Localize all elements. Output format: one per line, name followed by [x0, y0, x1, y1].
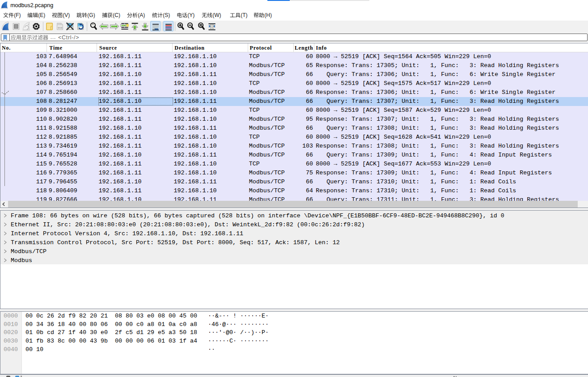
svg-text:<Ctrl-/>: <Ctrl-/>	[58, 34, 79, 41]
svg-text:(S): (S)	[163, 12, 170, 18]
svg-text:(G): (G)	[87, 12, 95, 18]
svg-text:(V): (V)	[63, 12, 70, 18]
svg-text:(Y): (Y)	[187, 12, 195, 18]
svg-text:(T): (T)	[241, 12, 247, 18]
svg-text:(W): (W)	[212, 12, 221, 18]
svg-text:(C): (C)	[113, 12, 120, 18]
svg-text:(F): (F)	[14, 12, 21, 18]
svg-text:(E): (E)	[38, 12, 45, 18]
svg-text:(H): (H)	[264, 12, 272, 18]
svg-text:010: 010	[58, 26, 63, 30]
svg-text:(A): (A)	[138, 12, 145, 18]
svg-text:…: …	[50, 34, 56, 40]
